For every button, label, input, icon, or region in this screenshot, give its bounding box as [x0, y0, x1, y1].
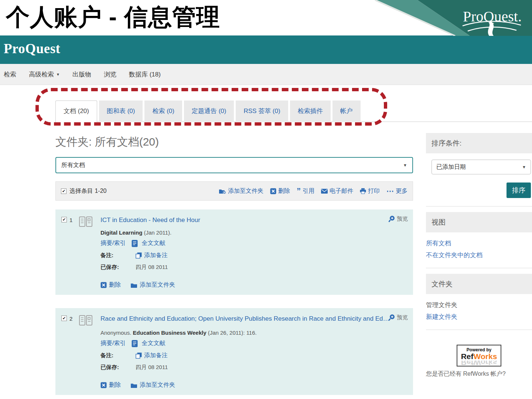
toolbar-more-label: 更多 — [396, 187, 407, 195]
toolbar-add-to-folder-label: 添加至文件夹 — [228, 187, 263, 195]
folder-filter-dropdown[interactable]: 所有文档 ▼ — [55, 157, 413, 173]
tab-rss-feeds[interactable]: RSS 荟萃 (0) — [236, 100, 288, 122]
select-all-checkbox[interactable]: ✔ — [61, 188, 66, 194]
corner-logo-text: ProQuest. — [463, 8, 522, 25]
toolbar-cite-label: 引用 — [303, 187, 314, 195]
item-add-to-folder-button[interactable]: 添加至文件夹 — [130, 281, 175, 289]
meta-rest: (Jan 26, 2011): 116. — [207, 330, 257, 336]
main-navbar: 检索 高级检索 ▼ 出版物 浏览 数据库 (18) — [0, 64, 532, 85]
result-publication-meta: Anonymous. Education Business Weekly (Ja… — [100, 330, 407, 336]
toolbar-add-to-folder-button[interactable]: 添加至文件夹 — [219, 187, 263, 195]
add-note-icon — [136, 352, 142, 359]
note-label: 备注: — [100, 352, 136, 359]
result-title-link[interactable]: Race and Ethnicity and Education; Open U… — [100, 315, 392, 323]
item-delete-button[interactable]: 删除 — [100, 381, 121, 389]
tab-alerts[interactable]: 定题通告 (0) — [184, 100, 234, 122]
refworks-block: Powered by RefWorks RefWorks 您是否已经有 RefW… — [426, 345, 532, 378]
results-toolbar: ✔ 选择条目 1-20 添加至文件夹 删除 ” 引用 — [55, 181, 413, 201]
toolbar-cite-button[interactable]: ” 引用 — [297, 187, 314, 195]
toolbar-delete-button[interactable]: 删除 — [270, 187, 290, 195]
meta-publication: Education Business Weekly — [133, 330, 207, 336]
folder-icon — [130, 383, 137, 388]
result-title-link[interactable]: ICT in Education - Need of the Hour — [100, 216, 200, 224]
refworks-logo-reflection: RefWorks — [461, 361, 497, 365]
view-not-in-folder-link[interactable]: 不在文件夹中的文档 — [426, 249, 532, 261]
select-items-label: 选择条目 1-20 — [69, 187, 106, 195]
tab-account[interactable]: 帐户 — [332, 100, 361, 122]
sort-button[interactable]: 排序 — [507, 183, 531, 198]
nav-publications-label: 出版物 — [72, 70, 91, 79]
corner-banner: ProQuest. — [358, 0, 532, 36]
add-note-button[interactable]: 添加备注 — [136, 252, 168, 259]
header-band: ProQuest — [0, 35, 532, 64]
tab-figures-tables[interactable]: 图和表 (0) — [99, 100, 143, 122]
item-delete-label: 删除 — [109, 381, 121, 389]
nav-publications[interactable]: 出版物 — [72, 70, 91, 79]
sort-section-header: 排序条件: — [426, 133, 532, 153]
nav-advanced-search[interactable]: 高级检索 ▼ — [29, 70, 60, 79]
sort-section-body: 已添加日期 ▼ 排序 — [426, 153, 532, 207]
preview-magnifier-icon — [388, 314, 395, 321]
refworks-logo-works: Works — [474, 352, 497, 361]
toolbar-delete-label: 删除 — [278, 187, 290, 195]
chevron-down-icon: ▼ — [56, 72, 60, 76]
toolbar-email-button[interactable]: 电子邮件 — [321, 187, 353, 195]
fulltext-link[interactable]: 全文文献 — [141, 239, 165, 247]
nav-search[interactable]: 检索 — [4, 70, 16, 79]
toolbar-print-label: 打印 — [368, 187, 380, 195]
add-note-icon — [136, 252, 142, 259]
abstract-index-link[interactable]: 摘要/索引 — [100, 340, 126, 347]
preview-magnifier-icon — [388, 215, 395, 222]
fulltext-document-icon — [132, 340, 138, 347]
chevron-down-icon: ▼ — [403, 163, 407, 167]
open-book-icon — [78, 216, 93, 228]
item-add-to-folder-button[interactable]: 添加至文件夹 — [130, 381, 175, 389]
note-label: 备注: — [100, 252, 136, 259]
refworks-logo: RefWorks — [461, 352, 497, 361]
toolbar-email-label: 电子邮件 — [330, 187, 353, 195]
add-note-button[interactable]: 添加备注 — [136, 352, 168, 359]
envelope-icon — [321, 189, 328, 194]
nav-databases-label: 数据库 (18) — [129, 70, 161, 79]
preview-button[interactable]: 预览 — [388, 314, 408, 321]
tab-searches[interactable]: 检索 (0) — [144, 100, 182, 122]
abstract-index-link[interactable]: 摘要/索引 — [100, 239, 126, 247]
item-checkbox[interactable]: ✔ — [61, 217, 67, 222]
tab-search-widgets[interactable]: 检索插件 — [290, 100, 331, 122]
preview-label: 预览 — [397, 215, 408, 222]
meta-publication: Digital Learning — [100, 229, 142, 236]
view-section-body: 所有文档 不在文件夹中的文档 — [426, 232, 532, 268]
ellipsis-icon: ⋯ — [386, 189, 394, 193]
manage-folders-link[interactable]: 管理文件夹 — [426, 299, 532, 311]
result-item-2: ✔ 2 Race and Ethnicity and Education; Op… — [55, 308, 413, 395]
folder-add-icon — [219, 188, 226, 194]
fulltext-link[interactable]: 全文文献 — [141, 340, 165, 347]
item-add-to-folder-label: 添加至文件夹 — [140, 281, 175, 289]
page-title: 文件夹: 所有文档(20) — [55, 134, 413, 150]
sort-dropdown[interactable]: 已添加日期 ▼ — [432, 160, 531, 174]
meta-rest: (Jan 2011). — [142, 229, 171, 236]
toolbar-print-button[interactable]: 打印 — [360, 187, 380, 195]
item-delete-button[interactable]: 删除 — [100, 281, 121, 289]
nav-browse[interactable]: 浏览 — [104, 70, 116, 79]
item-checkbox[interactable]: ✔ — [61, 316, 67, 321]
chevron-down-icon: ▼ — [522, 165, 526, 169]
refworks-badge[interactable]: Powered by RefWorks RefWorks — [457, 345, 502, 366]
saved-date: 四月 08 2011 — [136, 364, 168, 371]
item-add-to-folder-label: 添加至文件夹 — [140, 381, 175, 389]
tab-documents[interactable]: 文档 (20) — [55, 100, 97, 122]
delete-x-icon — [100, 282, 107, 288]
new-folder-link[interactable]: 新建文件夹 — [426, 311, 532, 323]
view-all-documents-link[interactable]: 所有文档 — [426, 238, 532, 249]
proquest-wordmark[interactable]: ProQuest — [4, 41, 60, 57]
preview-label: 预览 — [397, 314, 408, 321]
folder-tabs: 文档 (20) 图和表 (0) 检索 (0) 定题通告 (0) RSS 荟萃 (… — [55, 100, 362, 122]
sort-dropdown-value: 已添加日期 — [436, 163, 466, 171]
preview-button[interactable]: 预览 — [388, 215, 408, 222]
add-note-label: 添加备注 — [144, 252, 168, 259]
toolbar-more-button[interactable]: ⋯ 更多 — [386, 187, 407, 195]
nav-databases[interactable]: 数据库 (18) — [129, 70, 161, 79]
right-sidebar: 排序条件: 已添加日期 ▼ 排序 视图 所有文档 不在文件夹中的文档 文件夹 管… — [426, 133, 532, 378]
folders-section-body: 管理文件夹 新建文件夹 — [426, 294, 532, 330]
result-item-1: ✔ 1 ICT in Education - Need of the Hour … — [55, 209, 413, 295]
